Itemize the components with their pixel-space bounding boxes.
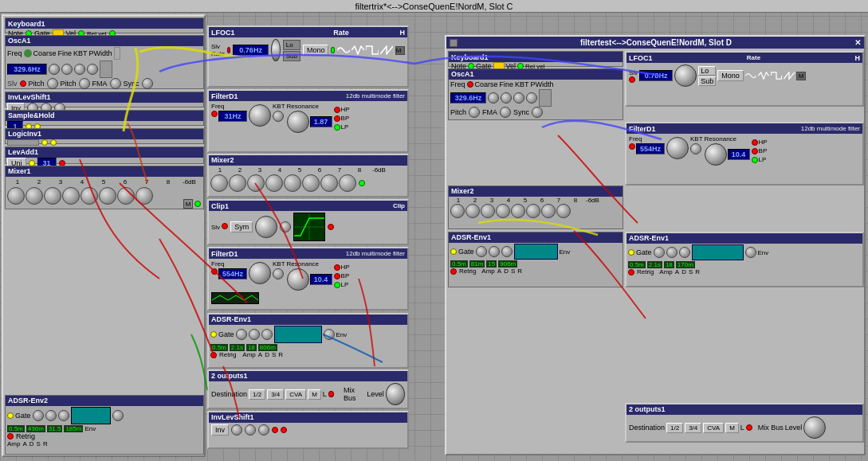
- env2-k4[interactable]: [112, 410, 124, 421]
- r-f-freq-knob[interactable]: [666, 137, 689, 159]
- mix1-k1[interactable]: [7, 187, 25, 205]
- r-mix2-k7[interactable]: [541, 204, 556, 218]
- mix2-k2[interactable]: [229, 174, 246, 192]
- mix2-k8[interactable]: [339, 174, 356, 192]
- sub-btn[interactable]: Sub: [283, 51, 300, 61]
- r-mix2-k2[interactable]: [465, 204, 480, 218]
- f2-kbt-knob[interactable]: [273, 268, 284, 279]
- dest-m-btn[interactable]: M: [308, 389, 321, 400]
- mix1-k7[interactable]: [117, 187, 135, 205]
- r-mix2-k3[interactable]: [481, 204, 495, 218]
- mix1-k3[interactable]: [44, 187, 61, 205]
- r-sync-k[interactable]: [532, 107, 543, 118]
- mix1-k8[interactable]: [136, 187, 153, 205]
- r-f-kbt-knob[interactable]: [690, 143, 701, 154]
- clip-knob2[interactable]: [280, 221, 291, 232]
- r-mix2-k5[interactable]: [511, 204, 525, 218]
- dest-3quarter-btn[interactable]: 3/4: [267, 389, 284, 400]
- sync-knob[interactable]: [142, 78, 153, 89]
- mix1-k2[interactable]: [26, 187, 43, 205]
- mix1-k4[interactable]: [62, 187, 80, 205]
- r-freq-led: [467, 81, 473, 88]
- r-adsr-a-k1[interactable]: [476, 246, 487, 257]
- invlev-led2: [281, 427, 287, 433]
- r-dest-m-btn[interactable]: M: [725, 423, 739, 433]
- adsr-mid-display: [274, 326, 322, 343]
- r-mix2-k4[interactable]: [496, 204, 510, 218]
- r-adsr-b-k3[interactable]: [679, 247, 690, 258]
- mono-btn[interactable]: Mono: [303, 45, 329, 56]
- fma-knob[interactable]: [110, 78, 121, 89]
- adsr-mid-k2[interactable]: [249, 329, 260, 340]
- r-mix2-k1[interactable]: [450, 204, 465, 218]
- fine-knob[interactable]: [61, 64, 73, 75]
- pwidth-knob[interactable]: [87, 64, 98, 75]
- mixer2-numbers: 12 34 56 78 -6dB: [209, 166, 407, 174]
- f2-res-knob[interactable]: [287, 268, 309, 291]
- r-mixer2-knobs: [449, 204, 623, 218]
- mix2-k6[interactable]: [302, 174, 320, 192]
- lfoc1-rate-knob[interactable]: [271, 39, 281, 61]
- dest-cva-btn[interactable]: CVA: [285, 389, 306, 400]
- f1-res: 1.87: [310, 116, 332, 127]
- r-adsr-a-k3[interactable]: [501, 246, 513, 257]
- invlev-k3[interactable]: [258, 424, 269, 436]
- r-lfoc1-knob[interactable]: [674, 64, 697, 87]
- mixer2-mid-module: Mixer2 12 34 56 78 -6dB: [207, 154, 409, 197]
- r-dest-half-btn[interactable]: 1/2: [666, 423, 683, 433]
- r-adsr-a-row1: Gate Env: [449, 243, 623, 260]
- adsr-mid-k3[interactable]: [261, 329, 273, 340]
- r-adsr-b-k2[interactable]: [666, 247, 678, 258]
- r-mix2-k8[interactable]: [556, 204, 571, 218]
- pitch-knob2[interactable]: [79, 78, 90, 89]
- r-sub-btn[interactable]: Sub: [698, 76, 716, 86]
- r-kbt-knob[interactable]: [513, 92, 524, 104]
- level-knob[interactable]: [386, 383, 405, 405]
- r-fma-k[interactable]: [500, 107, 511, 118]
- r-pitch-k1[interactable]: [469, 107, 480, 118]
- out-led: [328, 391, 334, 397]
- r-level-knob[interactable]: [803, 416, 826, 439]
- mixer1-m-btn[interactable]: M: [183, 199, 193, 209]
- mix2-k7[interactable]: [320, 174, 338, 192]
- r-mix2-k6[interactable]: [526, 204, 540, 218]
- f1-kbt-knob[interactable]: [273, 111, 284, 122]
- env2-k3[interactable]: [58, 410, 69, 421]
- mix2-k1[interactable]: [210, 174, 228, 192]
- clip-knob1[interactable]: [255, 216, 277, 238]
- f1-freq-knob[interactable]: [249, 104, 271, 127]
- mixer1-numbers: 1 2 3 4 5 6 7 8 -6dB: [6, 177, 203, 186]
- r-lo-btn[interactable]: Lo: [698, 66, 716, 76]
- invlev-inv-btn[interactable]: Inv: [211, 424, 229, 436]
- mix2-k5[interactable]: [284, 174, 301, 192]
- lo-btn[interactable]: Lo: [283, 40, 300, 50]
- r-adsr-b-row1: Gate Env: [626, 244, 862, 261]
- r-fine-knob[interactable]: [501, 92, 512, 104]
- sym-btn[interactable]: Sym: [230, 221, 253, 232]
- r-dest-3q-btn[interactable]: 3/4: [685, 423, 701, 433]
- env2-k2[interactable]: [45, 410, 57, 421]
- r-mono-btn[interactable]: Mono: [717, 70, 744, 81]
- invlev-k1[interactable]: [231, 424, 242, 436]
- mix1-k5[interactable]: [81, 187, 98, 205]
- f1-res-knob[interactable]: [287, 111, 309, 133]
- r-dest-cva-btn[interactable]: CVA: [703, 423, 724, 433]
- coarse-knob[interactable]: [49, 64, 60, 75]
- dest-half-btn[interactable]: 1/2: [249, 389, 265, 400]
- r-f-res-knob[interactable]: [705, 143, 727, 166]
- mix1-k6[interactable]: [99, 187, 116, 205]
- mix2-k3[interactable]: [247, 174, 265, 192]
- r-adsr-b-k4[interactable]: [745, 247, 756, 258]
- f2-freq-knob[interactable]: [249, 262, 271, 284]
- kbt-knob[interactable]: [74, 64, 85, 75]
- adsr-mid-k1[interactable]: [236, 329, 247, 340]
- invlev-k2[interactable]: [245, 424, 256, 436]
- mix2-k4[interactable]: [265, 174, 283, 192]
- r-pw-knob[interactable]: [526, 92, 537, 104]
- r-adsr-b-k1[interactable]: [654, 247, 665, 258]
- r-adsr-a-k2[interactable]: [489, 246, 500, 257]
- adsr-mid-k4[interactable]: [324, 329, 335, 340]
- env2-k1[interactable]: [33, 410, 44, 421]
- pitch-knob1[interactable]: [47, 78, 58, 89]
- r-coarse-knob[interactable]: [488, 92, 499, 104]
